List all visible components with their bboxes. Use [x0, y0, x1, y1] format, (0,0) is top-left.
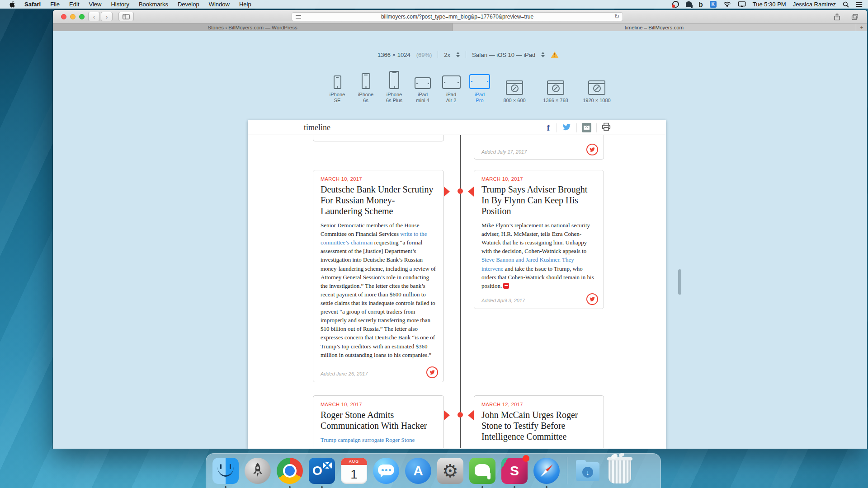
menu-bar: Safari File Edit View History Bookmarks … [0, 0, 868, 9]
facebook-share-icon[interactable]: f [545, 123, 552, 133]
k-app-icon[interactable]: K [710, 1, 717, 8]
viewport-zoom: (69%) [416, 52, 432, 58]
reader-mode-icon[interactable] [296, 15, 301, 19]
device-1366x768[interactable]: 1366 × 768 [537, 80, 575, 103]
dock: O AUG1 A ⚙ S ↓ [206, 453, 661, 488]
back-button[interactable]: ‹ [88, 12, 100, 21]
card-title: John McCain Urges Roger Stone to Testify… [481, 409, 596, 442]
warning-icon[interactable] [551, 52, 559, 58]
card-title: Deutsche Bank Under Scrutiny For Russian… [321, 184, 436, 216]
close-window-button[interactable] [61, 14, 66, 19]
card-date: MARCH 12, 2017 [481, 402, 596, 407]
swirl-app-icon[interactable] [672, 0, 679, 8]
device-868x488[interactable]: 868 × 488 [578, 80, 616, 103]
menu-clock[interactable]: Tue 5:30 PM [753, 1, 786, 8]
device-ipad-air-2[interactable]: iPad Air 2 [439, 75, 464, 103]
dock-divider [567, 457, 567, 484]
device-ipad-pro-selected[interactable]: iPad Pro [467, 74, 492, 103]
responsive-design-mode-canvas: 1366 × 1024 (69%) 2x Safari — iOS 10 — i… [53, 31, 867, 449]
share-button[interactable] [831, 12, 843, 21]
menu-view[interactable]: View [89, 1, 102, 8]
vertical-scrollbar-thumb[interactable] [678, 269, 681, 295]
card-flynn-adviser: MARCH 10, 2017 Trump Says Adviser Brough… [474, 170, 604, 309]
device-iphone-se[interactable]: iPhone SE [325, 75, 350, 103]
address-bar[interactable]: billmoyers.com/?post_type=mm_blog&p=1776… [292, 12, 623, 21]
card-date: MARCH 10, 2017 [481, 176, 596, 182]
card-added-date: Added June 26, 2017 [321, 371, 368, 376]
minimize-window-button[interactable] [70, 14, 75, 19]
menu-develop[interactable]: Develop [178, 1, 199, 8]
dock-slack-icon[interactable]: S [501, 458, 528, 484]
card-body-link[interactable]: Trump campaign surrogate Roger Stone [321, 436, 415, 443]
card-title: Trump Says Adviser Brought In By Flynn C… [481, 184, 596, 216]
card-roger-stone: MARCH 10, 2017 Roger Stone Admits Commun… [313, 395, 444, 448]
browser-toolbar: ‹ › billmoyers.com/?post_type=mm_blog&p=… [53, 10, 867, 23]
dock-safari-icon[interactable] [533, 458, 560, 484]
twitter-share-icon[interactable] [562, 123, 571, 133]
twitter-badge-icon[interactable] [586, 144, 598, 155]
tab-overview-button[interactable] [849, 12, 861, 21]
dock-calendar-icon[interactable]: AUG1 [341, 458, 367, 484]
dock-outlook-icon[interactable]: O [309, 458, 335, 484]
card-added-date: Added April 3, 2017 [481, 298, 525, 303]
card-body: Senior Democratic members of the House C… [321, 221, 436, 359]
new-tab-button[interactable]: + [856, 23, 867, 31]
menu-window[interactable]: Window [209, 1, 230, 8]
timeline-connector-arrow [468, 410, 474, 420]
dock-evernote-icon[interactable] [469, 458, 495, 484]
card-date: MARCH 10, 2017 [321, 176, 436, 182]
dock-app-store-icon[interactable]: A [405, 458, 431, 484]
print-icon[interactable] [602, 122, 611, 133]
zoom-window-button[interactable] [79, 14, 85, 19]
device-selector-row: iPhone SE iPhone 6s iPhone 6s Plus iPad … [325, 71, 616, 103]
card-body: Trump campaign surrogate Roger Stone [321, 436, 436, 444]
card-added-date: Added July 17, 2017 [481, 149, 527, 155]
tab-timeline[interactable]: timeline – BillMoyers.com [453, 23, 856, 31]
twitter-badge-icon[interactable] [426, 366, 438, 378]
partial-card-right: Added July 17, 2017 [474, 135, 604, 160]
airplay-display-icon[interactable] [738, 0, 746, 8]
menu-bookmarks[interactable]: Bookmarks [139, 1, 168, 8]
sidebar-toggle-button[interactable] [118, 12, 134, 21]
timeline-connector-arrow [444, 410, 450, 420]
notification-center-icon[interactable] [856, 0, 863, 8]
timeline-header-bar: timeline f [248, 120, 666, 135]
menu-edit[interactable]: Edit [69, 1, 79, 8]
email-share-icon[interactable] [582, 123, 591, 132]
tab-bar: Stories ‹ BillMoyers.com — WordPress tim… [53, 23, 867, 31]
reload-icon[interactable]: ↻ [614, 13, 619, 20]
menu-history[interactable]: History [111, 1, 129, 8]
dock-launchpad-icon[interactable] [245, 458, 271, 484]
dock-downloads-icon[interactable]: ↓ [575, 458, 601, 484]
dock-system-preferences-icon[interactable]: ⚙ [437, 458, 463, 484]
dock-messages-icon[interactable] [373, 458, 399, 484]
forward-button[interactable]: › [101, 12, 113, 21]
dock-chrome-icon[interactable] [277, 458, 303, 484]
pixel-ratio-stepper[interactable] [456, 52, 460, 57]
dock-trash-icon[interactable] [607, 458, 633, 484]
url-text: billmoyers.com/?post_type=mm_blog&p=1776… [381, 14, 533, 20]
menu-app-name[interactable]: Safari [24, 1, 41, 8]
card-body: Mike Flynn’s replacement as national sec… [481, 221, 596, 290]
menu-help[interactable]: Help [239, 1, 251, 8]
b-app-icon[interactable]: b [699, 0, 703, 8]
device-iphone-6s-plus[interactable]: iPhone 6s Plus [382, 71, 407, 103]
evernote-menu-icon[interactable] [686, 0, 692, 8]
twitter-badge-icon[interactable] [586, 293, 598, 305]
spotlight-search-icon[interactable] [843, 0, 849, 8]
user-agent-stepper[interactable] [541, 52, 545, 57]
device-iphone-6s[interactable]: iPhone 6s [353, 73, 378, 103]
pixel-ratio-value[interactable]: 2x [444, 52, 450, 58]
device-ipad-mini-4[interactable]: iPad mini 4 [410, 77, 435, 103]
card-date: MARCH 10, 2017 [321, 402, 436, 407]
user-agent-value[interactable]: Safari — iOS 10 — iPad [472, 52, 535, 58]
dock-finder-icon[interactable] [212, 458, 239, 484]
wifi-icon[interactable] [723, 0, 731, 8]
device-800x600[interactable]: 800 × 600 [495, 80, 533, 103]
tab-stories[interactable]: Stories ‹ BillMoyers.com — WordPress [53, 23, 453, 31]
safari-window: ‹ › billmoyers.com/?post_type=mm_blog&p=… [53, 10, 867, 449]
apple-menu-icon[interactable] [9, 0, 15, 8]
timeline-node-dot [458, 412, 463, 418]
menu-user-name[interactable]: Jessica Ramirez [793, 1, 836, 8]
menu-file[interactable]: File [50, 1, 60, 8]
